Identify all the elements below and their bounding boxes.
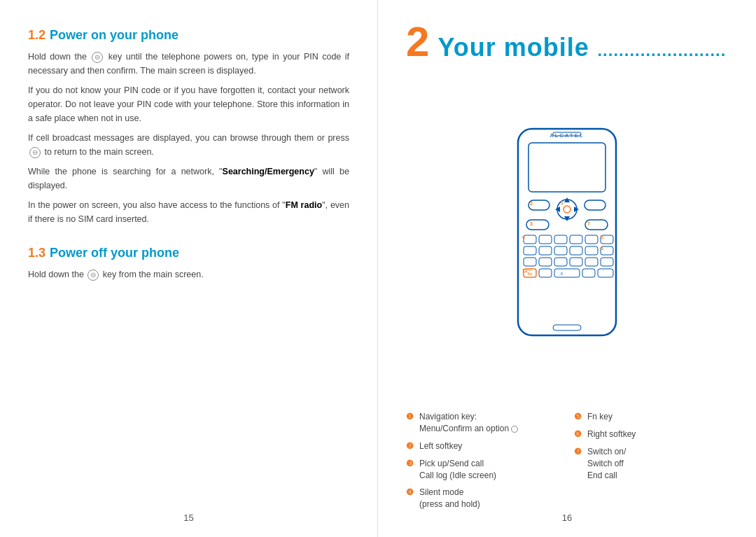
svg-rect-40 (598, 269, 613, 277)
svg-rect-19 (539, 235, 552, 244)
legend-num-4: ❹ (406, 487, 416, 498)
section-1-2-title: Power on your phone (50, 28, 178, 43)
legend-sub-7b: End call (587, 470, 626, 482)
legend-item-6: ❻ Right softkey (574, 428, 728, 440)
svg-text:12: 12 (528, 267, 532, 272)
legend-item-2: ❷ Left softkey (406, 440, 560, 452)
legend-item-3: ❸ Pick up/Send call Call log (Idle scree… (406, 458, 560, 482)
power-off-key-icon: ⊖ (88, 270, 99, 281)
left-page: 1.2 Power on your phone Hold down the ⊖ … (0, 0, 378, 537)
section-1-3-body: Hold down the ⊖ key from the main screen… (28, 267, 349, 287)
svg-rect-26 (554, 246, 567, 255)
chapter-num: 2 (406, 21, 429, 63)
chapter-dots: ........................ (592, 41, 727, 60)
svg-rect-1 (528, 143, 606, 192)
svg-rect-24 (524, 246, 536, 255)
svg-text:1: 1 (561, 200, 564, 205)
svg-text:4: 4 (522, 235, 525, 239)
svg-rect-27 (570, 246, 582, 255)
svg-rect-31 (539, 258, 552, 266)
power-key-icon: ⊖ (92, 52, 103, 63)
legend-item-4: ❹ Silent mode (press and hold) (406, 487, 560, 510)
legend-col-1: ❶ Navigation key: Menu/Confirm an option… (406, 411, 560, 516)
left-page-num: 15 (183, 512, 193, 523)
chapter-title: 2 Your mobile ........................ (406, 21, 728, 63)
para-1-2-1: Hold down the ⊖ key until the telephone … (28, 50, 349, 78)
legend-sub-4: (press and hold) (419, 498, 480, 510)
svg-text:Fn: Fn (528, 272, 532, 276)
section-1-2-body: Hold down the ⊖ key until the telephone … (28, 50, 349, 232)
svg-rect-48 (553, 325, 581, 330)
legend-col-2: ❺ Fn key ❻ Right softkey ❼ Switch on/ Sw… (574, 411, 728, 516)
legend-text-1: Navigation key: Menu/Confirm an option (419, 411, 518, 435)
legend-sub-1: Menu/Confirm an option (419, 423, 518, 435)
svg-rect-22 (585, 235, 598, 244)
svg-rect-18 (524, 235, 536, 244)
section-1-3-heading: 1.3 Power off your phone (28, 246, 349, 260)
svg-text:2: 2 (530, 201, 533, 206)
phone-svg: ALCATEL 2 3 7 1 (497, 122, 637, 346)
right-page: 2 Your mobile ........................ A… (378, 0, 756, 537)
legend-area: ❶ Navigation key: Menu/Confirm an option… (406, 411, 728, 516)
section-1-3-num: 1.3 (28, 246, 46, 260)
back-key-icon: ⊖ (29, 147, 41, 158)
para-1-2-3: If cell broadcast messages are displayed… (28, 131, 349, 159)
svg-text:3: 3 (530, 221, 533, 226)
legend-text-6: Right softkey (587, 428, 636, 440)
svg-text:,  8: , 8 (559, 272, 563, 276)
legend-text-3: Pick up/Send call Call log (Idle screen) (419, 458, 496, 482)
legend-num-1: ❶ (406, 411, 416, 423)
fm-radio-text: FM radio (286, 200, 322, 210)
legend-text-7: Switch on/ Switch off End call (587, 446, 626, 481)
svg-point-5 (564, 206, 570, 213)
svg-rect-21 (570, 235, 582, 244)
svg-rect-32 (554, 258, 567, 266)
section-1-3-title: Power off your phone (50, 246, 179, 260)
legend-text-5: Fn key (587, 411, 612, 423)
svg-rect-25 (539, 246, 552, 255)
svg-text:12: 12 (522, 268, 528, 273)
legend-sub-3: Call log (Idle screen) (419, 470, 496, 482)
right-page-num: 16 (562, 512, 572, 523)
section-1-2-heading: 1.2 Power on your phone (28, 28, 349, 43)
svg-rect-0 (518, 129, 616, 335)
svg-rect-30 (524, 258, 536, 266)
legend-item-7: ❼ Switch on/ Switch off End call (574, 446, 728, 481)
phone-illustration: ALCATEL 2 3 7 1 (406, 77, 728, 390)
searching-text: Searching/Emergency (223, 167, 314, 176)
chapter-name: Your mobile ........................ (438, 33, 726, 62)
legend-text-4: Silent mode (press and hold) (419, 487, 480, 510)
svg-rect-20 (554, 235, 567, 244)
legend-num-6: ❻ (574, 428, 584, 440)
legend-num-5: ❺ (574, 411, 584, 423)
legend-num-7: ❼ (574, 446, 584, 458)
svg-text:6: 6 (601, 246, 603, 251)
svg-rect-11 (584, 200, 606, 210)
svg-rect-35 (601, 258, 613, 266)
svg-rect-39 (582, 269, 595, 277)
para-1-2-5: In the power on screen, you also have ac… (28, 198, 349, 226)
svg-rect-37 (539, 269, 552, 277)
para-1-2-4: While the phone is searching for a netwo… (28, 165, 349, 193)
svg-text:5: 5 (601, 235, 603, 239)
legend-item-5: ❺ Fn key (574, 411, 728, 423)
legend-num-2: ❷ (406, 440, 416, 452)
legend-text-2: Left softkey (419, 440, 462, 452)
svg-rect-34 (585, 258, 598, 266)
svg-rect-28 (585, 246, 598, 255)
para-1-2-2: If you do not know your PIN code or if y… (28, 83, 349, 125)
legend-num-3: ❸ (406, 458, 416, 470)
svg-text:7: 7 (587, 221, 590, 226)
legend-item-1: ❶ Navigation key: Menu/Confirm an option (406, 411, 560, 435)
legend-sub-7a: Switch off (587, 458, 626, 470)
para-1-3-1: Hold down the ⊖ key from the main screen… (28, 267, 349, 281)
svg-rect-33 (570, 258, 582, 266)
section-1-2-num: 1.2 (28, 28, 46, 43)
